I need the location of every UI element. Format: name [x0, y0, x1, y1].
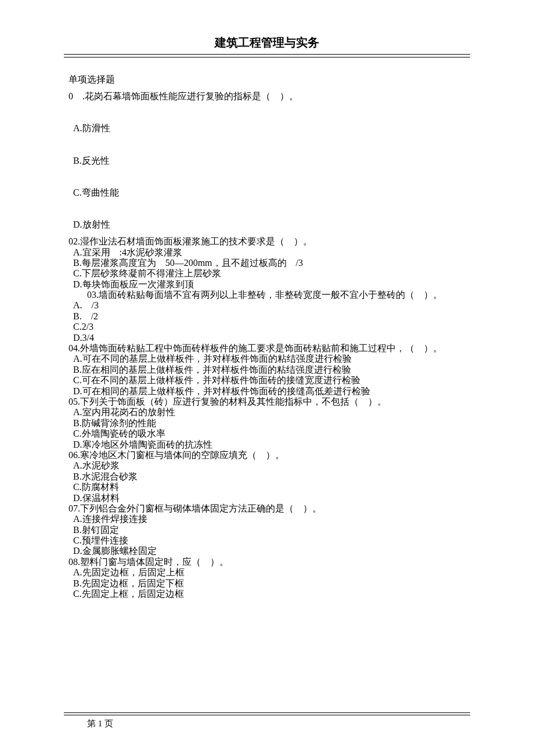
- q4-option-d: D.可在相同的基层上做样板件，并对样板件饰面砖的接缝高低差进行检验: [68, 383, 470, 394]
- q7-stem: 07.下列铝合金外门窗框与砌体墙体固定方法正确的是（ ）。: [68, 501, 470, 511]
- q1-option-b: B.反光性: [68, 153, 470, 168]
- q3-stem: 03.墙面砖粘贴每面墙不宜有两列以上非整砖，非整砖宽度一般不宜小于整砖的（ ）。: [68, 287, 470, 297]
- q2-option-d: D.每块饰面板应一次灌浆到顶: [68, 276, 470, 287]
- section-label: 单项选择题: [68, 71, 470, 87]
- page-title: 建筑工程管理与实务: [64, 35, 470, 51]
- q5-stem: 05.下列关于饰面板（砖）应进行复验的材料及其性能指标中，不包括（ ）。: [68, 394, 470, 404]
- q6-option-d: D.保温材料: [68, 490, 470, 501]
- q4-option-b: B.应在相同的基层上做样板件，并对样板件饰面的粘结强度进行检验: [68, 362, 470, 372]
- q1-option-c: C.弯曲性能: [68, 185, 470, 200]
- document-body: 单项选择题 0 .花岗石幕墙饰面板性能应进行复验的指标是（ ）。 A.防滑性 B…: [68, 71, 470, 596]
- q1-stem: 0 .花岗石幕墙饰面板性能应进行复验的指标是（ ）。: [68, 88, 470, 104]
- q3-option-c: C.2/3: [68, 319, 470, 329]
- q8-stem: 08.塑料门窗与墙体固定时，应（ ）。: [68, 554, 470, 564]
- q3-option-d: D.3/4: [68, 330, 470, 340]
- q5-option-d: D.寒冷地区外墙陶瓷面砖的抗冻性: [68, 437, 470, 447]
- q7-option-c: C.预埋件连接: [68, 532, 470, 543]
- q8-option-b: B.先固定边框，后固定下框: [68, 575, 470, 586]
- q4-option-c: C.可在不同的基层上做样板件，并对样板件饰面砖的接缝宽度进行检验: [68, 372, 470, 383]
- q5-option-b: B.防碱背涂剂的性能: [68, 415, 470, 426]
- footer-divider: [64, 712, 470, 715]
- q1-option-d: D.放射性: [68, 217, 470, 232]
- page-number: 第 1 页: [87, 718, 113, 729]
- q2-option-b: B.每层灌浆高度宜为 50—200mm，且不超过板高的 /3: [68, 255, 470, 265]
- q7-option-d: D.金属膨胀螺栓固定: [68, 543, 470, 553]
- q5-option-c: C.外墙陶瓷砖的吸水率: [68, 426, 470, 436]
- q2-stem: 02.湿作业法石材墙面饰面板灌浆施工的技术要求是（ ）。: [68, 233, 470, 244]
- q8-option-c: C.先固定上框，后固定边框: [68, 586, 470, 596]
- q6-stem: 06.寒冷地区木门窗框与墙体间的空隙应填充（ ）。: [68, 447, 470, 458]
- header-divider: [64, 54, 470, 57]
- q1-option-a: A.防滑性: [68, 120, 470, 136]
- q4-stem: 04.外墙饰面砖粘贴工程中饰面砖样板件的施工要求是饰面砖粘贴前和施工过程中，（ …: [68, 340, 470, 351]
- q8-option-a: A.先固定边框，后固定上框: [68, 564, 470, 575]
- q3-option-b: B. /2: [68, 308, 470, 319]
- q6-option-b: B.水泥混合砂浆: [68, 469, 470, 479]
